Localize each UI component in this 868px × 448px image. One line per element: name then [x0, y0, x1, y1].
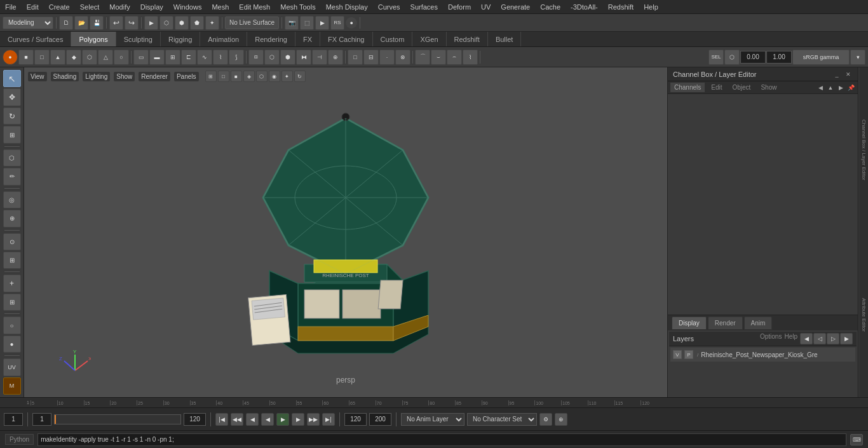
soft-select-btn[interactable]: ⬟: [190, 16, 204, 30]
curve-icon[interactable]: ∿: [197, 50, 212, 65]
show-manipulator-btn[interactable]: ⊕: [3, 210, 21, 227]
tab-animation[interactable]: Animation: [200, 32, 247, 46]
menu-uv[interactable]: UV: [476, 2, 496, 12]
gamma-srgb-btn[interactable]: sRGB gamma: [792, 50, 850, 65]
menu-mesh[interactable]: Mesh: [207, 2, 234, 12]
script-editor-btn[interactable]: ⌨: [850, 434, 863, 445]
edit-tab[interactable]: Edit: [707, 83, 726, 92]
vp-view-menu[interactable]: View: [28, 72, 47, 81]
uv-icon[interactable]: ⊗: [395, 50, 410, 65]
vp-icon6[interactable]: ◉: [269, 71, 280, 82]
object-tab[interactable]: Object: [729, 83, 755, 92]
deform3-icon[interactable]: ⌢: [447, 50, 462, 65]
extrude-icon[interactable]: ⬡: [264, 50, 280, 65]
frame-number-field[interactable]: [32, 413, 51, 426]
attribute-editor-vertical-tab[interactable]: Attribute Editor: [858, 233, 868, 398]
new-file-btn[interactable]: 🗋: [59, 16, 73, 30]
viewport-poly-icon[interactable]: ⬡: [724, 50, 740, 65]
grid-icon[interactable]: ⊞: [165, 50, 180, 65]
tab-bullet[interactable]: Bullet: [488, 32, 522, 46]
mirror-icon[interactable]: ⊣: [312, 50, 327, 65]
circle-btn[interactable]: ●: [346, 17, 357, 29]
gamma-field2[interactable]: [766, 51, 792, 64]
menu-cache[interactable]: Cache: [535, 2, 566, 12]
playback-end-field[interactable]: [184, 413, 206, 426]
merge-icon[interactable]: ⧓: [296, 50, 311, 65]
rotate-tool-btn[interactable]: ↻: [3, 107, 21, 125]
gamma-field1[interactable]: [740, 51, 766, 64]
hide-btn[interactable]: ○: [3, 316, 21, 334]
play-fwd-btn[interactable]: ▶: [276, 413, 289, 426]
torus-icon[interactable]: ○: [114, 50, 129, 65]
vp-icon2[interactable]: □: [218, 71, 229, 82]
menu-edit-mesh[interactable]: Edit Mesh: [234, 2, 275, 12]
menu-curves[interactable]: Curves: [373, 2, 405, 12]
menu-edit[interactable]: Edit: [22, 2, 44, 12]
scale-tool-btn[interactable]: ⊞: [3, 126, 21, 143]
snap-btn[interactable]: ✦: [205, 16, 219, 30]
tab-rigging[interactable]: Rigging: [161, 32, 200, 46]
plane2-icon[interactable]: ▬: [149, 50, 165, 65]
rp-pin-btn[interactable]: 📌: [846, 83, 855, 92]
menu-mesh-display[interactable]: Mesh Display: [321, 2, 373, 12]
lasso-btn[interactable]: ⬡: [159, 16, 173, 30]
vp-icon8[interactable]: ↻: [294, 71, 306, 82]
vp-icon7[interactable]: ✦: [281, 71, 293, 82]
vp-show-menu[interactable]: Show: [114, 72, 135, 81]
total-end-field[interactable]: [369, 413, 391, 426]
select-mode-btn[interactable]: ↖: [3, 70, 21, 87]
channels-tab[interactable]: Channels: [670, 83, 705, 92]
snap-point-btn[interactable]: ⊙: [3, 233, 21, 250]
cone-icon[interactable]: ▲: [50, 50, 65, 65]
bevel-icon[interactable]: ⬢: [280, 50, 295, 65]
vp-icon4[interactable]: ◈: [243, 71, 255, 82]
ep-curve-icon[interactable]: ⌇: [213, 50, 228, 65]
menu-create[interactable]: Create: [44, 2, 75, 12]
tube-icon[interactable]: ⊏: [181, 50, 196, 65]
combine-icon[interactable]: ⊕: [328, 50, 343, 65]
deform4-icon[interactable]: ⌇: [463, 50, 478, 65]
tab-fx-caching[interactable]: FX Caching: [320, 32, 372, 46]
preferences-btn[interactable]: ⚙: [539, 413, 552, 426]
display-tab[interactable]: Display: [672, 316, 707, 330]
join-icon[interactable]: ⧈: [248, 50, 264, 65]
layers-nav-prev-btn[interactable]: ◀: [800, 333, 813, 344]
tab-custom[interactable]: Custom: [373, 32, 413, 46]
scene-canvas[interactable]: RHEINISCHE POST persp: [24, 67, 667, 397]
sphere-icon[interactable]: ●: [3, 50, 18, 65]
open-file-btn[interactable]: 📂: [74, 16, 88, 30]
rp-arrow-up-btn[interactable]: ▲: [826, 83, 835, 92]
menu-modify[interactable]: Modify: [104, 2, 135, 12]
cube-icon[interactable]: ■: [18, 50, 34, 65]
mode-dropdown[interactable]: Modeling: [3, 17, 53, 29]
vp-icon3[interactable]: ■: [231, 71, 242, 82]
current-frame-field[interactable]: [4, 413, 23, 426]
plus2-btn[interactable]: ⊞: [3, 294, 21, 311]
lasso-select-btn[interactable]: ⬡: [3, 149, 21, 166]
layer-path-icon[interactable]: /: [697, 352, 698, 358]
undo-btn[interactable]: ↩: [109, 16, 123, 30]
tab-sculpting[interactable]: Sculpting: [116, 32, 161, 46]
edge-icon[interactable]: ⊟: [363, 50, 379, 65]
bezier-icon[interactable]: ⟆: [229, 50, 244, 65]
snap-grid-btn[interactable]: ⊞: [3, 252, 21, 269]
hex-icon[interactable]: ⬡: [82, 50, 97, 65]
menu-windows[interactable]: Windows: [168, 2, 207, 12]
pyramid-icon[interactable]: △: [98, 50, 113, 65]
live-surface-btn[interactable]: No Live Surface: [225, 17, 279, 29]
vp-icon1[interactable]: ⊞: [205, 71, 217, 82]
pb-extra-btn[interactable]: ⊕: [555, 413, 567, 426]
vp-lighting-menu[interactable]: Lighting: [83, 72, 110, 81]
deform1-icon[interactable]: ⌒: [415, 50, 430, 65]
layers-nav-next-btn[interactable]: ▶: [840, 333, 853, 344]
paint-tools-btn[interactable]: ✏: [3, 168, 21, 185]
next-keyframe-btn[interactable]: ▶▶: [307, 413, 320, 426]
viewport-select-icon[interactable]: SEL: [709, 50, 724, 65]
tab-rendering[interactable]: Rendering: [247, 32, 295, 46]
rp-minimize-btn[interactable]: _: [832, 70, 841, 79]
rp-arrow-left-btn[interactable]: ◀: [816, 83, 825, 92]
layer-playback-btn[interactable]: P: [684, 350, 693, 359]
rp-close-btn[interactable]: ✕: [844, 70, 853, 79]
rs-btn[interactable]: RS: [330, 16, 344, 30]
soft-select-lt-btn[interactable]: ◎: [3, 191, 21, 208]
